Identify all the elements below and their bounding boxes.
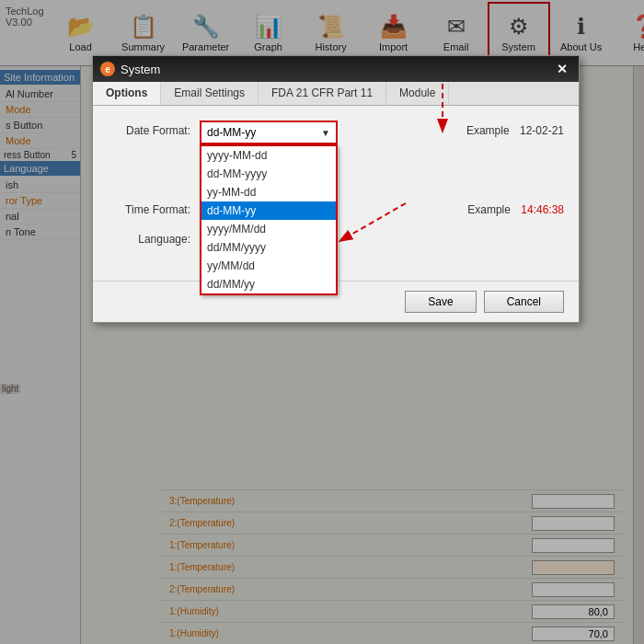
dropdown-arrow-icon: ▼ (321, 128, 330, 138)
modal-body: Date Format: dd-MM-yy ▼ yyyy-MM-dd dd-MM… (93, 106, 579, 281)
modal-overlay: e System ✕ Options Email Settings FDA 21… (0, 0, 644, 644)
time-example-label: Example (467, 203, 511, 216)
date-option-4[interactable]: yyyy/MM/dd (201, 220, 336, 238)
date-format-dropdown[interactable]: dd-MM-yy ▼ yyyy-MM-dd dd-MM-yyyy yy-MM-d… (200, 121, 338, 144)
time-example-area: Example 14:46:38 (467, 200, 564, 216)
date-option-6[interactable]: yy/MM/dd (201, 257, 336, 275)
tab-module[interactable]: Module (386, 82, 449, 105)
time-format-label: Time Format: (108, 200, 200, 216)
date-format-selected-text: dd-MM-yy (207, 126, 256, 139)
tab-fda[interactable]: FDA 21 CFR Part 11 (259, 82, 386, 105)
date-format-selected[interactable]: dd-MM-yy ▼ (200, 121, 338, 144)
time-example-value: 14:46:38 (521, 203, 564, 216)
modal-close-button[interactable]: ✕ (553, 62, 571, 76)
date-example-label: Example (466, 124, 510, 137)
modal-titlebar: e System ✕ (93, 56, 579, 82)
date-option-7[interactable]: dd/MM/yy (201, 275, 336, 293)
date-example-area: Example 12-02-21 (466, 121, 564, 137)
date-format-list: yyyy-MM-dd dd-MM-yyyy yy-MM-dd dd-MM-yy … (200, 144, 338, 295)
date-option-1[interactable]: dd-MM-yyyy (201, 165, 336, 183)
date-format-control: dd-MM-yy ▼ yyyy-MM-dd dd-MM-yyyy yy-MM-d… (200, 121, 452, 144)
modal-tabs: Options Email Settings FDA 21 CFR Part 1… (93, 82, 579, 106)
system-modal: e System ✕ Options Email Settings FDA 21… (92, 55, 580, 323)
tab-options[interactable]: Options (93, 82, 161, 105)
modal-title-label: System (121, 63, 160, 76)
save-button[interactable]: Save (405, 291, 476, 313)
date-option-3[interactable]: dd-MM-yy (201, 201, 336, 220)
date-format-row: Date Format: dd-MM-yy ▼ yyyy-MM-dd dd-MM… (108, 121, 564, 144)
language-label: Language: (108, 229, 200, 246)
tab-email-settings[interactable]: Email Settings (161, 82, 259, 105)
date-format-label: Date Format: (108, 121, 200, 137)
date-example-value: 12-02-21 (520, 124, 564, 137)
modal-title: e System (100, 62, 160, 76)
date-option-0[interactable]: yyyy-MM-dd (201, 146, 336, 165)
date-option-2[interactable]: yy-MM-dd (201, 183, 336, 201)
date-option-5[interactable]: dd/MM/yyyy (201, 238, 336, 257)
cancel-button[interactable]: Cancel (484, 291, 564, 313)
modal-icon: e (100, 62, 115, 76)
